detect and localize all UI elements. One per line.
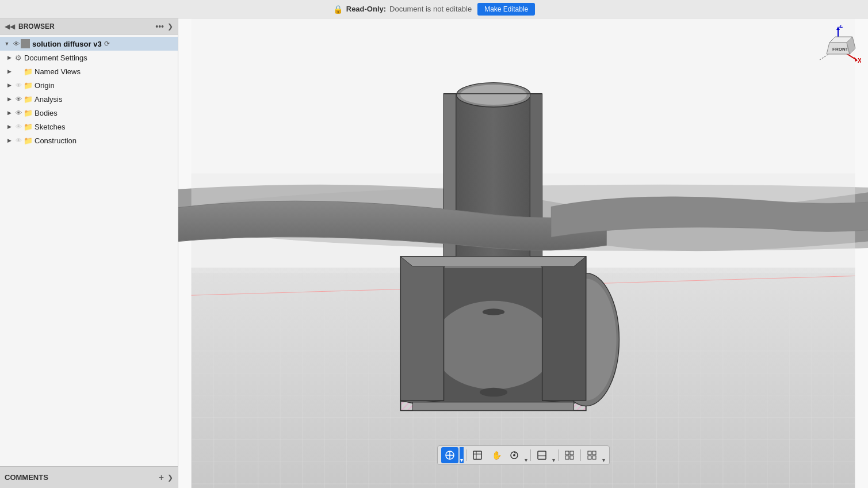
browser-collapse-icon[interactable]: ◀◀ <box>5 22 15 30</box>
svg-point-14 <box>483 308 504 315</box>
svg-rect-61 <box>588 456 591 459</box>
viewport-toolbar: ▾ ✋ ▾ ▾ <box>437 445 610 465</box>
tree-area: ▼ 👁 solution diffusor v3 ⟳ ▶ ⚙ Document … <box>0 35 178 466</box>
eye-icon[interactable]: 👁 <box>14 136 23 145</box>
eye-icon[interactable]: 👁 <box>14 122 23 131</box>
display-mode-1-dropdown[interactable]: ▾ <box>552 447 556 463</box>
folder-icon: 📁 <box>23 122 33 131</box>
display-mode-1-button[interactable] <box>533 447 550 463</box>
readonly-desc: Document is not editable <box>389 5 472 13</box>
tree-item-bodies[interactable]: ▶ 👁 📁 Bodies <box>0 106 178 120</box>
svg-marker-26 <box>400 257 586 266</box>
folder-icon: 📁 <box>23 67 33 76</box>
tree-item-origin[interactable]: ▶ 👁 📁 Origin <box>0 78 178 92</box>
tree-item-label: Analysis <box>33 95 62 104</box>
svg-text:Z: Z <box>839 25 843 29</box>
comments-bar: COMMENTS + ❯ <box>0 466 178 488</box>
make-editable-button[interactable]: Make Editable <box>477 3 535 16</box>
toolbar-separator-4 <box>580 449 581 461</box>
svg-rect-21 <box>413 402 574 410</box>
svg-text:FRONT: FRONT <box>832 47 848 52</box>
root-item-label: solution diffusor v3 <box>30 40 104 48</box>
folder-icon: 📁 <box>23 94 33 104</box>
tree-item-label: Document Settings <box>23 54 87 62</box>
display-mode-3-button[interactable] <box>583 447 601 463</box>
toolbar-separator-2 <box>530 449 531 461</box>
svg-rect-62 <box>592 456 596 459</box>
folder-icon: 📁 <box>23 136 33 145</box>
viewport[interactable]: Z X FRONT ▾ <box>178 18 868 488</box>
browser-chevron-icon[interactable]: ❯ <box>167 22 173 30</box>
lock-icon: 🔒 <box>333 5 343 14</box>
gear-icon: ⚙ <box>14 53 23 62</box>
browser-header: ◀◀ BROWSER ••• ❯ <box>0 18 178 35</box>
tree-item-named-views[interactable]: ▶ 👁 📁 Named Views <box>0 64 178 78</box>
toolbar-separator-3 <box>558 449 559 461</box>
expand-icon[interactable]: ▶ <box>5 94 14 104</box>
tree-root-item[interactable]: ▼ 👁 solution diffusor v3 ⟳ <box>0 37 178 51</box>
tree-item-analysis[interactable]: ▶ 👁 📁 Analysis <box>0 92 178 106</box>
svg-rect-58 <box>570 456 573 459</box>
svg-rect-57 <box>565 456 569 459</box>
top-bar: 🔒 Read-Only: Document is not editable Ma… <box>0 0 868 18</box>
svg-marker-24 <box>400 257 443 401</box>
comments-add-icon[interactable]: + <box>159 472 164 483</box>
display-mode-2-button[interactable] <box>561 447 578 463</box>
expand-icon[interactable]: ▶ <box>5 53 14 62</box>
comments-label: COMMENTS <box>5 473 155 482</box>
readonly-label: 🔒 Read-Only: Document is not editable <box>333 5 472 14</box>
display-mode-3-dropdown[interactable]: ▾ <box>602 447 606 463</box>
browser-title: BROWSER <box>18 22 152 30</box>
orientation-cube[interactable]: Z X FRONT <box>815 25 861 71</box>
folder-icon: 📁 <box>23 108 33 117</box>
svg-rect-55 <box>565 451 569 455</box>
tree-item-construction[interactable]: ▶ 👁 📁 Construction <box>0 134 178 147</box>
tree-item-document-settings[interactable]: ▶ ⚙ Document Settings <box>0 51 178 64</box>
svg-rect-60 <box>592 451 596 455</box>
main-content: ◀◀ BROWSER ••• ❯ ▼ 👁 solution diffusor v… <box>0 18 868 488</box>
pan-button[interactable]: ✋ <box>487 447 504 463</box>
expand-icon[interactable]: ▶ <box>5 67 14 76</box>
eye-icon[interactable]: 👁 <box>14 108 23 117</box>
readonly-text: Read-Only: <box>346 5 386 13</box>
toolbar-separator-1 <box>466 449 466 461</box>
root-refresh-icon[interactable]: ⟳ <box>104 40 110 48</box>
svg-rect-56 <box>570 451 573 455</box>
svg-rect-46 <box>473 451 481 459</box>
svg-text:X: X <box>858 58 861 64</box>
look-at-button[interactable] <box>469 447 486 463</box>
expand-icon[interactable]: ▶ <box>5 108 14 117</box>
tree-item-label: Origin <box>33 81 55 90</box>
tree-item-label: Named Views <box>33 67 81 76</box>
browser-more-icon[interactable]: ••• <box>155 22 164 31</box>
readonly-notice: 🔒 Read-Only: Document is not editable Ma… <box>333 3 535 16</box>
root-doc-icon <box>21 39 30 48</box>
3d-scene <box>178 18 868 488</box>
svg-rect-53 <box>538 451 546 459</box>
orbit-dropdown[interactable]: ▾ <box>524 447 528 463</box>
svg-point-28 <box>460 85 526 105</box>
eye-icon[interactable]: 👁 <box>14 94 23 104</box>
root-expand-icon[interactable]: ▼ <box>2 39 12 48</box>
tree-item-label: Construction <box>33 136 77 145</box>
orbit-button[interactable] <box>506 447 523 463</box>
eye-icon[interactable]: 👁 <box>12 39 21 48</box>
svg-point-15 <box>480 388 507 396</box>
svg-rect-59 <box>588 451 591 455</box>
expand-icon[interactable]: ▶ <box>5 81 14 90</box>
tree-item-sketches[interactable]: ▶ 👁 📁 Sketches <box>0 120 178 134</box>
select-tool-button[interactable] <box>441 447 458 463</box>
tree-item-label: Sketches <box>33 123 65 131</box>
tree-item-label: Bodies <box>33 109 58 117</box>
svg-text:✋: ✋ <box>492 451 501 460</box>
expand-icon[interactable]: ▶ <box>5 136 14 145</box>
left-panel: ◀◀ BROWSER ••• ❯ ▼ 👁 solution diffusor v… <box>0 18 178 488</box>
folder-icon: 📁 <box>23 81 33 90</box>
eye-icon[interactable]: 👁 <box>14 81 23 90</box>
expand-icon[interactable]: ▶ <box>5 122 14 131</box>
svg-point-51 <box>513 454 515 456</box>
svg-marker-25 <box>542 257 586 401</box>
comments-chevron-icon[interactable]: ❯ <box>167 474 173 482</box>
select-tool-dropdown[interactable]: ▾ <box>460 447 464 463</box>
